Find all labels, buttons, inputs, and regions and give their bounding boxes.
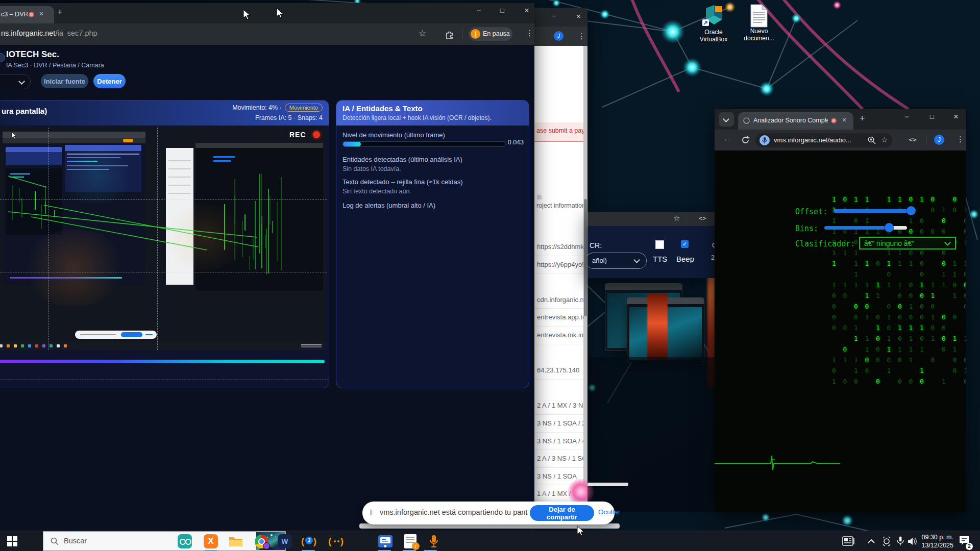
menu-icon[interactable]: ⋮ <box>526 29 533 38</box>
records-scrollbar[interactable] <box>583 46 587 525</box>
window-close-icon[interactable]: × <box>953 112 959 122</box>
close-icon[interactable]: × <box>576 12 581 20</box>
classifier-value: â€” ninguno â€” <box>864 239 914 247</box>
icon-label: documen... <box>744 35 774 42</box>
page-title: IOTECH Sec. <box>6 49 59 60</box>
icon-label: VirtualBox <box>700 36 727 43</box>
url-bar[interactable]: vms.inforganic.net/audio... ☆ <box>755 133 892 147</box>
profile-pill[interactable]: j En pausa <box>469 27 512 41</box>
refresh-icon[interactable] <box>741 136 750 144</box>
taskbar-app-xampp[interactable]: X <box>203 533 219 549</box>
stop-button[interactable]: Detener <box>93 74 126 88</box>
tab-close-icon[interactable]: × <box>39 10 43 18</box>
window-minimize-icon[interactable]: − <box>477 6 481 15</box>
desktop-icon-new-document[interactable]: Nuevo documen... <box>741 4 777 42</box>
start-button[interactable] <box>7 536 17 546</box>
tab-search-button[interactable] <box>719 112 734 127</box>
capture-panel: ura pantalla) Movimiento: 4% ·Movimiento… <box>0 100 329 388</box>
taskbar-clock[interactable]: 09:30 p. m. 13/12/2025 <box>919 533 953 549</box>
beep-checkbox[interactable]: ✓ <box>681 240 689 248</box>
new-tab-icon[interactable]: + <box>860 113 865 124</box>
tray-mic-icon[interactable] <box>897 536 904 546</box>
audio-toolbar: ← vms.inforganic.net/audio... ☆ <> J ⋮ <box>715 130 966 151</box>
cursor-icon <box>11 132 17 140</box>
scrollbar-thumb[interactable] <box>584 199 587 316</box>
record-row[interactable]: 2 A / 1 MX / 3 NS / <box>534 397 583 415</box>
classifier-select[interactable]: â€” ninguno â€” <box>859 237 956 249</box>
screen-record-icon[interactable] <box>881 536 892 546</box>
back-icon[interactable]: ← <box>723 134 731 144</box>
new-tab-icon[interactable]: + <box>57 7 63 18</box>
bookmark-star-icon[interactable]: ☆ <box>419 28 426 39</box>
taskbar-app-cam-j[interactable]: ( J ) <box>301 533 317 549</box>
record-row[interactable]: entrevista.mk.infor <box>534 327 583 344</box>
grid-guide <box>0 199 327 200</box>
taskbar-app-navy[interactable]: w <box>277 533 293 549</box>
bookmark-star-icon[interactable]: ☆ <box>673 214 680 223</box>
record-row[interactable]: 3 NS / 1 SOA / 2 TX <box>534 415 583 433</box>
taskbar-app-document[interactable]: i <box>402 533 419 549</box>
menu-icon[interactable]: ⋮ <box>578 32 585 41</box>
taskbar-app-teal[interactable] <box>177 533 193 549</box>
profile-status: En pausa <box>483 30 510 37</box>
mini-hscrollbar[interactable] <box>587 483 628 486</box>
records-window: − × J ⋮ ase submit a payme roject inform… <box>534 8 587 525</box>
offset-slider[interactable] <box>834 209 915 213</box>
desktop-icon-virtualbox[interactable]: Oracle VirtualBox <box>697 4 730 43</box>
grid-guide <box>157 128 158 350</box>
taskbar-app-presentation[interactable] <box>377 533 394 549</box>
tts-checkbox[interactable] <box>655 240 664 249</box>
bookmark-star-icon[interactable]: ☆ <box>881 135 888 144</box>
drag-handle-icon[interactable]: ‖ <box>370 508 373 517</box>
window-close-icon[interactable]: × <box>524 6 529 16</box>
news-widget-icon[interactable] <box>842 536 855 547</box>
record-row[interactable]: 3 NS / 1 SOA / 4 TX <box>534 433 583 450</box>
record-row[interactable]: entrevista.app.test <box>534 309 583 327</box>
extensions-icon[interactable] <box>445 30 454 39</box>
motion-label: Nivel de movimiento (último frame) <box>342 131 445 139</box>
zoom-icon[interactable] <box>868 136 876 144</box>
taskbar-app-microphone[interactable] <box>426 533 442 549</box>
motion-overlay <box>0 128 327 350</box>
bins-label: Bins: <box>795 224 818 233</box>
bins-slider-thumb[interactable] <box>885 223 894 232</box>
offset-slider-thumb[interactable] <box>906 206 916 215</box>
mic-permission-icon[interactable] <box>760 135 770 145</box>
hide-link[interactable]: Ocultar <box>598 508 621 516</box>
info-badge: i <box>412 542 420 550</box>
record-row[interactable]: 2 A / 3 NS / 1 SOA <box>534 450 583 468</box>
devtools-icon[interactable]: <> <box>699 215 706 222</box>
desktop: Oracle VirtualBox Nuevo documen... − × J… <box>0 0 980 551</box>
menu-icon[interactable]: ⋮ <box>957 135 964 144</box>
search-box[interactable]: Buscar <box>43 531 286 551</box>
tray-expand-icon[interactable] <box>868 539 875 544</box>
taskbar-app-cam-dots[interactable]: ( ) <box>328 533 344 549</box>
minimize-icon[interactable]: − <box>552 12 556 20</box>
dvr-window: c3 – DVR × + − □ × ns.inforganic.net/ia_… <box>0 3 534 531</box>
record-row[interactable]: cdn.inforganic.net <box>534 291 583 309</box>
audio-tab[interactable]: Analizador Sonoro Complet × <box>738 112 853 130</box>
avatar[interactable]: J <box>554 31 564 41</box>
record-row[interactable]: 64.23.175.140 <box>534 362 583 380</box>
window-maximize-icon[interactable]: □ <box>500 7 504 14</box>
avatar[interactable]: J <box>934 135 944 145</box>
record-row[interactable]: https://y6pp4yo52 <box>534 256 583 274</box>
record-row[interactable]: https://s2ddhmkvll <box>534 238 583 256</box>
dvr-tab[interactable]: c3 – DVR × <box>0 6 54 23</box>
bins-slider[interactable] <box>824 226 907 230</box>
window-maximize-icon[interactable]: □ <box>930 113 934 120</box>
start-source-button[interactable]: Iniciar fuente <box>41 74 88 88</box>
url-text: vms.inforganic.net/audio... <box>774 136 851 144</box>
url-bar[interactable]: ns.inforganic.net/ia_sec7.php <box>1 29 97 37</box>
devtools-icon[interactable]: <> <box>909 136 917 143</box>
tab-close-icon[interactable]: × <box>842 116 846 124</box>
speaker-icon[interactable] <box>908 537 919 546</box>
stop-sharing-button[interactable]: Dejar de compartir <box>530 505 594 521</box>
taskbar-app-explorer[interactable] <box>228 533 244 549</box>
notification-center-icon[interactable]: 2 <box>959 535 971 548</box>
taskbar-app-chrome[interactable] <box>253 533 270 549</box>
url-path: /ia_sec7.php <box>55 29 97 37</box>
window-minimize-icon[interactable]: − <box>904 112 909 121</box>
ocr-language-select[interactable]: añol) <box>587 253 647 269</box>
source-select[interactable] <box>0 74 31 89</box>
